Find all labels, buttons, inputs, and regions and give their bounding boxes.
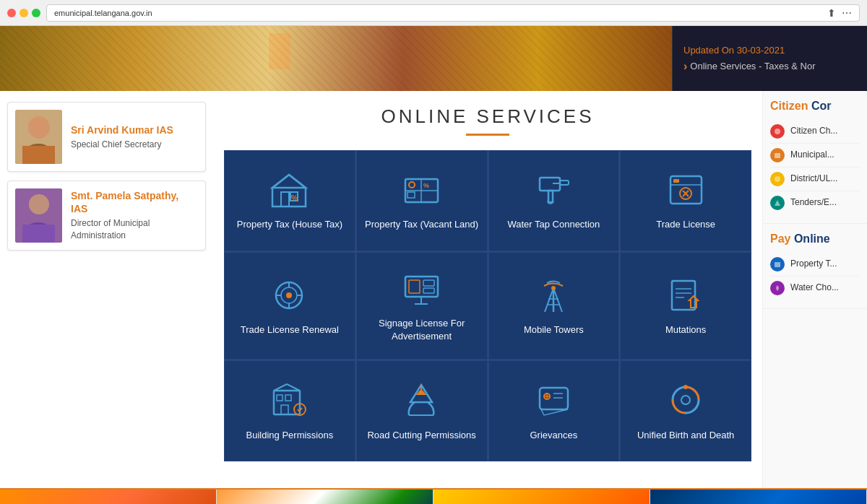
svg-rect-39	[423, 288, 434, 293]
grievances-icon	[532, 381, 575, 420]
banner-data[interactable]: DATA PORTAL INDIA	[650, 490, 867, 504]
svg-point-69	[683, 385, 688, 389]
svg-rect-3	[22, 146, 55, 164]
land-tax-icon: %	[400, 170, 444, 209]
banner-image	[0, 26, 672, 91]
banner-india[interactable]: india	[217, 490, 434, 504]
more-icon[interactable]: ⋯	[842, 7, 852, 19]
avatar-2	[15, 188, 62, 243]
svg-rect-20	[560, 181, 569, 185]
svg-rect-10	[281, 192, 289, 207]
house-tax-icon: %	[268, 170, 311, 209]
tenders-link[interactable]: Tenders/E...	[770, 191, 860, 214]
service-label-11: Unified Birth and Death	[637, 429, 734, 442]
service-label-6: Mobile Towers	[524, 323, 584, 336]
svg-point-5	[29, 195, 48, 214]
svg-text:%: %	[423, 182, 429, 189]
svg-rect-18	[407, 192, 415, 198]
service-property-tax-land[interactable]: % Property Tax (Vacant Land)	[356, 150, 488, 251]
mobile-tower-icon	[532, 275, 575, 315]
service-trade-license-renewal[interactable]: Trade License Renewal	[224, 252, 355, 360]
water-tap-icon	[532, 170, 575, 209]
svg-rect-37	[409, 280, 420, 293]
svg-marker-9	[272, 175, 306, 188]
svg-rect-48	[672, 281, 695, 310]
service-birth-death[interactable]: Unified Birth and Death	[620, 360, 751, 461]
service-label-5: Signage License For Advertisement	[364, 317, 480, 343]
service-mobile-towers[interactable]: Mobile Towers	[488, 252, 620, 360]
service-signage-license[interactable]: Signage License For Advertisement	[356, 252, 488, 360]
property-t-label: Property T...	[790, 258, 837, 270]
trade-renewal-icon	[268, 275, 311, 315]
svg-rect-28	[673, 179, 679, 183]
trade-license-icon	[664, 170, 707, 209]
mutations-icon	[664, 275, 707, 315]
svg-point-72	[775, 176, 780, 182]
official-title-2: Director of Municipal Administration	[71, 217, 198, 242]
tenders-dot	[770, 196, 785, 210]
svg-rect-52	[274, 391, 300, 414]
service-building-permissions[interactable]: Building Permissions	[224, 360, 355, 461]
service-property-tax-house[interactable]: % Property Tax (House Tax)	[224, 150, 355, 251]
svg-marker-73	[775, 200, 780, 206]
svg-point-47	[551, 286, 556, 290]
center-content: ONLINE SERVICES % Property Tax (House Ta…	[213, 91, 762, 488]
svg-rect-38	[423, 280, 434, 286]
title-underline	[466, 134, 509, 136]
municipal-label: Municipal...	[790, 149, 834, 161]
svg-line-43	[545, 288, 553, 312]
property-dot	[770, 257, 785, 271]
svg-rect-74	[775, 262, 780, 267]
svg-rect-61	[540, 388, 568, 409]
service-label-1: Property Tax (Vacant Land)	[365, 218, 478, 231]
pay-text: Pay	[770, 233, 790, 245]
service-trade-license[interactable]: Trade License	[620, 150, 751, 251]
corner-text: Cor	[811, 100, 832, 112]
top-bar-right: Updated On 30-03-2021 Online Services - …	[672, 26, 867, 91]
district-link[interactable]: District/UL...	[770, 168, 860, 191]
water-cho-label: Water Cho...	[790, 282, 839, 294]
svg-point-31	[286, 292, 292, 298]
banner-sun[interactable]	[434, 490, 650, 504]
citizen-text: Citizen	[770, 100, 808, 112]
citizen-ch-link[interactable]: Citizen Ch...	[770, 120, 860, 144]
share-icon[interactable]: ⬆	[827, 7, 836, 19]
svg-point-1	[28, 116, 48, 136]
service-water-tap[interactable]: Water Tap Connection	[488, 150, 620, 251]
water-cho-link[interactable]: Water Cho...	[770, 277, 860, 300]
svg-line-56	[274, 384, 287, 391]
tenders-label: Tenders/E...	[790, 197, 837, 209]
district-dot	[770, 172, 785, 186]
banner-telangana[interactable]: telangana	[0, 490, 217, 504]
property-tax-link[interactable]: Property T...	[770, 253, 860, 277]
citizen-corner-section: Citizen Cor Citizen Ch... Municipal...	[763, 91, 867, 224]
official-name-2: Smt. Pamela Satpathy, IAS	[71, 189, 198, 215]
official-name-1: Sri Arvind Kumar IAS	[71, 123, 173, 136]
svg-line-44	[553, 288, 562, 312]
pay-online-title: Pay Online	[770, 233, 860, 246]
official-info-2: Smt. Pamela Satpathy, IAS Director of Mu…	[71, 189, 198, 242]
service-mutations[interactable]: Mutations	[620, 252, 751, 360]
service-label-7: Mutations	[665, 323, 706, 336]
svg-point-70	[775, 129, 780, 134]
pay-online-section: Pay Online Property T... Water Cho...	[763, 224, 867, 309]
municipal-link[interactable]: Municipal...	[770, 144, 860, 168]
svg-line-57	[287, 384, 300, 391]
signage-icon	[400, 269, 444, 308]
svg-point-68	[681, 396, 690, 404]
bottom-banners: telangana india DATA PORTAL INDIA	[0, 488, 867, 504]
official-title-1: Special Chief Secretary	[71, 139, 173, 151]
update-text: Updated On 30-03-2021	[683, 45, 867, 56]
service-grievances[interactable]: Grievances	[488, 360, 620, 461]
online-services-link[interactable]: Online Services - Taxes & Nor	[683, 60, 867, 73]
road-cutting-icon	[400, 381, 444, 420]
svg-rect-21	[548, 191, 553, 202]
section-title: ONLINE SERVICES	[224, 105, 751, 128]
top-banner: Updated On 30-03-2021 Online Services - …	[0, 26, 867, 91]
svg-rect-54	[285, 395, 291, 401]
service-road-cutting[interactable]: Road Cutting Permissions	[356, 360, 488, 461]
officials-sidebar: Sri Arvind Kumar IAS Special Chief Secre…	[0, 91, 213, 488]
service-label-4: Trade License Renewal	[241, 323, 339, 336]
right-sidebar: Citizen Cor Citizen Ch... Municipal...	[762, 91, 867, 488]
service-label-0: Property Tax (House Tax)	[237, 218, 342, 231]
